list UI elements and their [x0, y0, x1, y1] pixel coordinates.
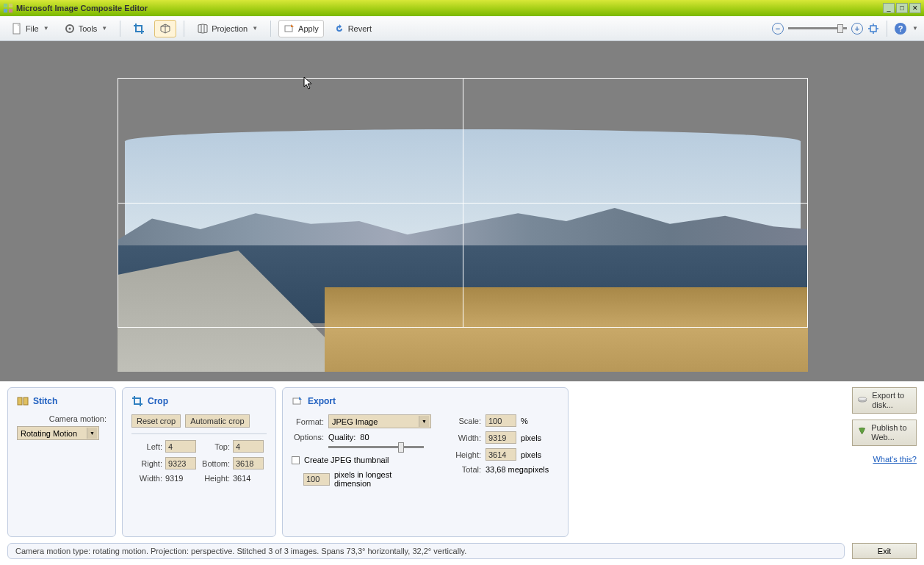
crop-icon	[133, 23, 145, 35]
fit-screen-button[interactable]	[867, 23, 879, 35]
title-bar: Microsoft Image Composite Editor _ □ ✕	[0, 0, 924, 16]
app-title: Microsoft Image Composite Editor	[16, 4, 883, 12]
crop-panel: Crop Reset crop Automatic crop Left: Top…	[122, 387, 276, 537]
camera-motion-select[interactable]: Rotating Motion ▼	[17, 426, 99, 440]
export-height-input[interactable]	[486, 448, 516, 461]
toolbar: File ▼ Tools ▼ Projection ▼ Apply Revert…	[0, 16, 924, 41]
stitch-icon	[17, 395, 29, 407]
separator	[270, 21, 271, 37]
crop-frame[interactable]	[118, 78, 808, 328]
zoom-in-button[interactable]: +	[851, 23, 863, 35]
apply-label: Apply	[298, 24, 319, 33]
app-icon	[3, 3, 13, 13]
apply-icon	[284, 23, 295, 35]
svg-point-6	[68, 27, 71, 29]
projection-label: Projection	[212, 24, 248, 33]
whats-this-link[interactable]: What's this?	[873, 455, 917, 464]
scale-label: Scale:	[453, 417, 481, 425]
top-label: Top:	[201, 442, 233, 451]
side-buttons: Export to disk... Publish to Web... What…	[852, 387, 917, 464]
total-value: 33,68 megapixels	[486, 465, 549, 474]
separator	[184, 21, 184, 37]
zoom-out-button[interactable]: −	[772, 23, 784, 35]
top-input[interactable]	[233, 440, 264, 453]
export-height-label: Height:	[453, 450, 481, 459]
width-label: Width:	[131, 474, 165, 483]
height-label: Height:	[201, 474, 233, 483]
left-label: Left:	[131, 442, 165, 451]
revert-button[interactable]: Revert	[328, 20, 377, 37]
right-input[interactable]	[165, 457, 196, 469]
automatic-crop-button[interactable]: Automatic crop	[185, 414, 249, 428]
disk-icon	[857, 393, 867, 408]
stitch-panel: Stitch Camera motion: Rotating Motion ▼	[7, 387, 116, 537]
quality-value: 80	[360, 433, 369, 442]
crop-tool-button[interactable]	[128, 20, 150, 37]
dropdown-icon: ▼	[87, 428, 97, 439]
total-label: Total:	[453, 465, 481, 474]
width-value: 9319	[165, 474, 201, 483]
svg-rect-3	[9, 9, 12, 12]
export-to-disk-button[interactable]: Export to disk...	[852, 387, 917, 414]
revert-icon	[333, 23, 345, 35]
svg-rect-9	[18, 397, 22, 405]
thumbnail-size-input[interactable]	[303, 473, 330, 486]
thumbnail-desc: pixels in longest dimension	[334, 470, 400, 488]
thumbnail-label: Create JPEG thumbnail	[304, 456, 389, 464]
revert-label: Revert	[348, 24, 372, 33]
export-width-input[interactable]	[486, 431, 516, 444]
slider-thumb[interactable]	[398, 442, 404, 453]
zoom-thumb[interactable]	[837, 24, 843, 33]
export-width-label: Width:	[453, 433, 481, 442]
projection-icon	[197, 23, 209, 35]
minimize-button[interactable]: _	[883, 3, 895, 13]
svg-rect-8	[870, 26, 876, 32]
reset-crop-button[interactable]: Reset crop	[131, 414, 181, 428]
status-row: Camera motion type: rotating motion. Pro…	[0, 540, 924, 565]
format-select[interactable]: JPEG Image ▼	[328, 414, 431, 428]
tools-label: Tools	[79, 24, 98, 33]
quality-label: Quality:	[328, 433, 355, 442]
export-panel: Export Format: JPEG Image ▼ Options: Qua…	[282, 387, 569, 537]
stitch-title: Stitch	[33, 396, 57, 406]
dropdown-icon: ▼	[101, 25, 107, 32]
projection-menu[interactable]: Projection ▼	[192, 20, 263, 37]
export-title: Export	[308, 396, 336, 406]
apply-button[interactable]: Apply	[278, 20, 324, 37]
file-icon	[11, 23, 23, 35]
tools-menu[interactable]: Tools ▼	[59, 20, 113, 37]
close-button[interactable]: ✕	[909, 3, 921, 13]
camera-motion-label: Camera motion:	[17, 414, 107, 423]
file-label: File	[26, 24, 39, 33]
quality-slider[interactable]	[328, 446, 424, 448]
dropdown-icon: ▼	[252, 25, 258, 32]
svg-rect-1	[9, 4, 12, 7]
svg-point-13	[858, 397, 866, 400]
width-unit: pixels	[521, 433, 541, 442]
canvas-area[interactable]	[0, 41, 924, 381]
svg-rect-0	[4, 4, 7, 7]
bottom-input[interactable]	[233, 457, 264, 469]
zoom-slider[interactable]	[788, 27, 847, 29]
crop-title: Crop	[148, 396, 168, 406]
help-button[interactable]: ?	[895, 23, 906, 35]
left-input[interactable]	[165, 440, 196, 453]
svg-rect-2	[4, 9, 7, 12]
exit-button[interactable]: Exit	[852, 543, 917, 559]
height-value: 3614	[233, 474, 268, 483]
file-menu[interactable]: File ▼	[6, 20, 54, 37]
scale-input[interactable]	[486, 414, 516, 427]
web-icon	[857, 425, 867, 440]
export-icon	[292, 395, 303, 407]
svg-rect-10	[24, 397, 28, 405]
maximize-button[interactable]: □	[896, 3, 908, 13]
rotate-tool-button[interactable]	[154, 20, 176, 37]
publish-web-label: Publish to Web...	[871, 423, 912, 442]
separator	[887, 21, 887, 37]
export-disk-label: Export to disk...	[872, 391, 912, 410]
scale-unit: %	[521, 417, 528, 425]
publish-to-web-button[interactable]: Publish to Web...	[852, 420, 917, 446]
dropdown-icon: ▼	[43, 25, 49, 32]
thumbnail-checkbox[interactable]	[292, 456, 300, 464]
right-label: Right:	[131, 459, 165, 468]
